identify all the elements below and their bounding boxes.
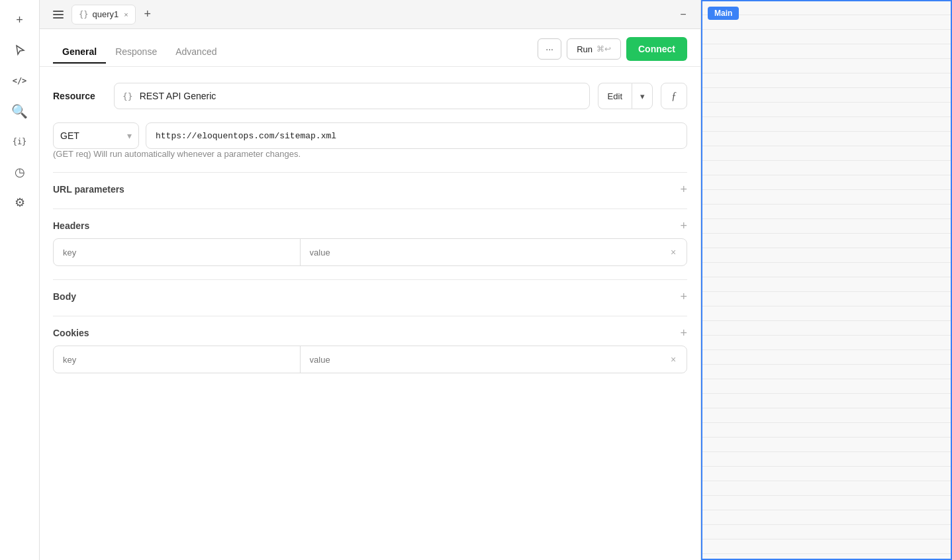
- resource-edit-group: Edit ▾: [598, 83, 653, 109]
- body-header[interactable]: Body +: [53, 291, 687, 303]
- cookies-section: Cookies + ×: [53, 316, 687, 373]
- method-label: GET: [60, 130, 79, 141]
- history-icon[interactable]: ◷: [7, 159, 33, 185]
- tab-general[interactable]: General: [53, 41, 106, 64]
- url-parameters-header[interactable]: URL parameters +: [53, 183, 687, 195]
- headers-add-button[interactable]: +: [680, 220, 687, 232]
- resource-dropdown-button[interactable]: ▾: [632, 83, 653, 109]
- cookies-add-button[interactable]: +: [680, 327, 687, 339]
- query-tab-icon: {}: [79, 10, 88, 19]
- resource-name: REST API Generic: [140, 91, 581, 101]
- tab-close-button[interactable]: ×: [124, 11, 128, 19]
- main-content: {} query1 × + − General Response Advance…: [40, 0, 700, 560]
- run-label: Run: [577, 44, 593, 54]
- settings-icon[interactable]: ⚙: [7, 189, 33, 216]
- url-row: GET ▾: [53, 122, 687, 149]
- cookies-remove-button[interactable]: ×: [660, 346, 687, 373]
- cookies-header[interactable]: Cookies +: [53, 327, 687, 339]
- menu-button[interactable]: [48, 4, 69, 25]
- cookies-title: Cookies: [53, 328, 89, 338]
- tab-query1[interactable]: {} query1 ×: [71, 5, 136, 24]
- add-icon[interactable]: +: [7, 7, 33, 33]
- search-icon[interactable]: 🔍: [7, 98, 33, 124]
- tab-response[interactable]: Response: [106, 41, 166, 64]
- main-badge: Main: [708, 7, 739, 20]
- method-dropdown-icon: ▾: [127, 130, 132, 141]
- headers-value-input[interactable]: [301, 239, 660, 265]
- url-section: GET ▾ (GET req) Will run automatically w…: [53, 122, 687, 159]
- right-panel: Main: [700, 0, 952, 560]
- right-panel-grid: Main: [701, 0, 952, 560]
- resource-row: Resource {} REST API Generic Edit ▾ ƒ: [53, 83, 687, 109]
- body-add-button[interactable]: +: [680, 291, 687, 303]
- code-icon[interactable]: </>: [7, 68, 33, 94]
- cursor-icon[interactable]: [7, 37, 33, 64]
- svg-rect-0: [53, 11, 64, 12]
- query-panel: General Response Advanced ··· Run ⌘↩ Con…: [40, 29, 700, 560]
- resource-edit-button[interactable]: Edit: [598, 83, 632, 109]
- tab-advanced[interactable]: Advanced: [166, 41, 226, 64]
- cookies-kv-row: ×: [53, 346, 687, 373]
- dropdown-icon: ▾: [640, 91, 645, 101]
- svg-rect-1: [53, 14, 64, 15]
- tab-label: query1: [92, 9, 119, 19]
- body-title: Body: [53, 291, 76, 302]
- right-panel-border: [701, 0, 952, 560]
- run-button[interactable]: Run ⌘↩: [567, 38, 621, 60]
- url-parameters-title: URL parameters: [53, 184, 124, 195]
- body-section: Body +: [53, 279, 687, 303]
- url-hint: (GET req) Will run automatically wheneve…: [53, 149, 687, 159]
- resource-selector[interactable]: {} REST API Generic: [114, 83, 590, 109]
- more-options-button[interactable]: ···: [538, 38, 561, 60]
- resource-function-button[interactable]: ƒ: [661, 83, 687, 109]
- url-parameters-section: URL parameters +: [53, 172, 687, 195]
- method-selector[interactable]: GET ▾: [53, 122, 139, 149]
- run-shortcut: ⌘↩: [596, 44, 611, 54]
- cookies-value-input[interactable]: [301, 346, 660, 373]
- minimize-button[interactable]: −: [674, 5, 692, 24]
- form-body: Resource {} REST API Generic Edit ▾ ƒ: [40, 67, 700, 389]
- cookies-key-input[interactable]: [54, 346, 300, 373]
- url-parameters-add-button[interactable]: +: [680, 183, 687, 195]
- url-input[interactable]: [146, 122, 687, 149]
- sub-tab-actions: ··· Run ⌘↩ Connect: [538, 37, 687, 66]
- resource-icon: {}: [122, 91, 133, 101]
- sidebar: + </> 🔍 {i} ◷ ⚙: [0, 0, 40, 560]
- svg-rect-2: [53, 17, 64, 19]
- headers-title: Headers: [53, 220, 89, 231]
- headers-header[interactable]: Headers +: [53, 220, 687, 232]
- headers-kv-row: ×: [53, 238, 687, 266]
- tab-bar: {} query1 × + −: [40, 0, 700, 29]
- sub-tab-bar: General Response Advanced ··· Run ⌘↩ Con…: [40, 29, 700, 67]
- new-tab-button[interactable]: +: [138, 5, 157, 24]
- headers-section: Headers + ×: [53, 209, 687, 266]
- headers-remove-button[interactable]: ×: [660, 239, 687, 265]
- headers-key-input[interactable]: [54, 239, 300, 265]
- resource-label: Resource: [53, 91, 106, 101]
- connect-button[interactable]: Connect: [626, 37, 687, 61]
- api-icon[interactable]: {i}: [7, 128, 33, 155]
